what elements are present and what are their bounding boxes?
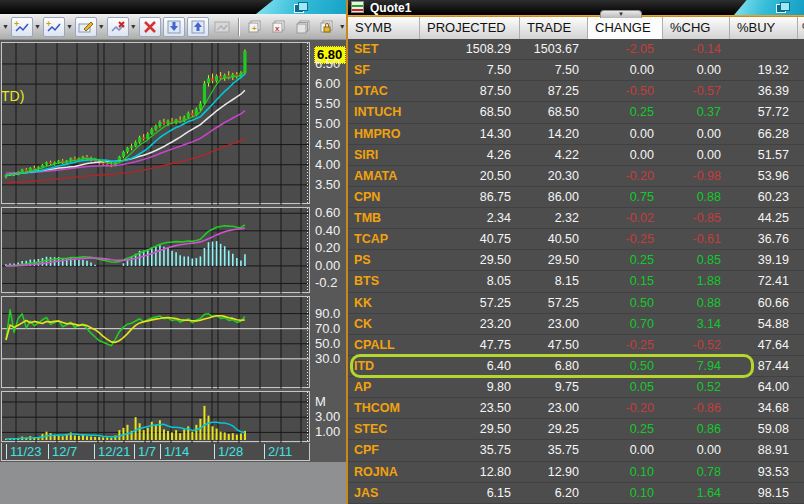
layers-icon[interactable] [292, 17, 314, 37]
chart-body[interactable]: 11/2312/712/211/71/141/282/11 TD) 6.80 6… [0, 40, 352, 462]
quote-cell-pbuy: 57.72 [730, 102, 798, 122]
quote-cell-trade: 86.00 [520, 187, 588, 207]
quote-cell-symb: THCOM [348, 398, 420, 418]
quote-row-cpn[interactable]: CPN86.7586.000.750.8860.23 [348, 187, 804, 208]
header-pchg[interactable]: %CHG [663, 17, 730, 39]
quote-row-set[interactable]: SET1508.291503.67-2.05-0.14 [348, 39, 804, 60]
quote-row-itd[interactable]: ITD6.406.800.507.9487.44 [348, 356, 804, 377]
quote-cell-projected: 47.75 [420, 335, 520, 355]
quote-window-title: Quote1 [370, 1, 411, 15]
quote-cell-pbuy: 51.57 [730, 145, 798, 165]
quote-row-bts[interactable]: BTS8.058.150.151.8872.41 [348, 271, 804, 292]
quote-cell-change: 0.25 [588, 102, 663, 122]
header-symb[interactable]: SYMB [348, 17, 420, 39]
window-restore-icon[interactable] [776, 2, 789, 12]
quote-cell-symb: PS [348, 250, 420, 270]
date-axis: 11/2312/712/211/71/141/282/11 [1, 443, 310, 461]
quote-cell-symb: ITD [348, 356, 420, 376]
volume-panel[interactable] [1, 391, 310, 442]
header-clipped[interactable]: % [798, 17, 804, 39]
quote-cell-pchg: 0.86 [663, 419, 730, 439]
quote-cell-change: 0.10 [588, 483, 663, 503]
quote-window-titlebar[interactable]: Quote1 [348, 0, 804, 15]
dropdown-caret-icon[interactable]: ▼ [130, 23, 137, 30]
quote-cell-change: 0.10 [588, 462, 663, 482]
quote-cell-projected: 2.34 [420, 208, 520, 228]
window-restore-icon[interactable] [294, 2, 307, 12]
quote-cell-symb: TMB [348, 208, 420, 228]
axis-tick-label: 90.0 [315, 306, 340, 321]
quote-row-tmb[interactable]: TMB2.342.32-0.02-0.8544.25 [348, 208, 804, 229]
quote-cell-pchg: -0.14 [663, 39, 730, 59]
quote-row-thcom[interactable]: THCOM23.5023.00-0.20-0.8634.68 [348, 398, 804, 419]
move-down-icon[interactable] [163, 17, 185, 37]
quote-cell-pchg: 0.85 [663, 250, 730, 270]
copy-add-icon[interactable]: + [244, 17, 266, 37]
quote-cell-pchg: 1.88 [663, 271, 730, 291]
quote-cell-pchg: 0.88 [663, 187, 730, 207]
quote-cell-projected: 23.20 [420, 314, 520, 334]
quote-row-siri[interactable]: SIRI4.264.220.000.0051.57 [348, 145, 804, 166]
dropdown-caret-icon[interactable]: ▼ [2, 23, 9, 30]
add-indicator-icon[interactable]: + [11, 17, 33, 37]
quote-cell-change: -0.20 [588, 398, 663, 418]
axis-tick-label: 30.0 [315, 351, 340, 366]
quote-row-rojna[interactable]: ROJNA12.8012.900.100.7893.53 [348, 462, 804, 483]
quote-row-stec[interactable]: STEC29.5029.250.250.8659.08 [348, 419, 804, 440]
quote-row-dtac[interactable]: DTAC87.5087.25-0.50-0.5736.39 [348, 81, 804, 102]
chart-window-titlebar[interactable] [0, 0, 352, 14]
macd-panel[interactable] [1, 207, 310, 293]
quote-cell-change: 0.70 [588, 314, 663, 334]
quote-table-header: SYMB PROJECTED TRADE CHANGE %CHG %BUY % [348, 17, 804, 39]
axis-tick-label: 0.40 [315, 223, 340, 238]
column-sort-tab[interactable]: ▼ [600, 10, 642, 18]
quote-row-tcap[interactable]: TCAP40.7540.50-0.25-0.6136.76 [348, 229, 804, 250]
quote-cell-projected: 1508.29 [420, 39, 520, 59]
quote-row-amata[interactable]: AMATA20.5020.30-0.20-0.9853.96 [348, 166, 804, 187]
dropdown-caret-icon[interactable]: ▼ [98, 23, 105, 30]
remove-indicator-icon[interactable] [107, 17, 129, 37]
copy-remove-icon[interactable]: x [268, 17, 290, 37]
quote-cell-change: -0.20 [588, 166, 663, 186]
header-projected[interactable]: PROJECTED [420, 17, 520, 39]
quote-cell-pbuy: 60.66 [730, 293, 798, 313]
quote-row-ck[interactable]: CK23.2023.000.703.1454.88 [348, 314, 804, 335]
quote-row-hmpro[interactable]: HMPRO14.3014.200.000.0066.28 [348, 124, 804, 145]
quote-cell-projected: 86.75 [420, 187, 520, 207]
quote-row-cpall[interactable]: CPALL47.7547.50-0.25-0.5247.64 [348, 335, 804, 356]
quote-row-jas[interactable]: JAS6.156.200.101.6498.15 [348, 483, 804, 504]
quote-row-ap[interactable]: AP9.809.750.050.5264.00 [348, 377, 804, 398]
dropdown-caret-icon[interactable]: ▼ [66, 23, 73, 30]
rsi-panel[interactable] [1, 296, 310, 388]
quote-row-cpf[interactable]: CPF35.7535.750.000.0088.91 [348, 440, 804, 461]
quote-cell-pchg: -0.52 [663, 335, 730, 355]
svg-text:x: x [275, 24, 280, 33]
quote-row-sf[interactable]: SF7.507.500.000.0019.32 [348, 60, 804, 81]
quote-row-ps[interactable]: PS29.5029.500.250.8539.19 [348, 250, 804, 271]
quote-cell-pchg: 0.78 [663, 462, 730, 482]
header-trade[interactable]: TRADE [520, 17, 588, 39]
header-change[interactable]: CHANGE [588, 17, 663, 39]
quote-cell-pchg: -0.86 [663, 398, 730, 418]
header-pbuy[interactable]: %BUY [730, 17, 798, 39]
quote-row-intuch[interactable]: INTUCH68.5068.500.250.3757.72 [348, 102, 804, 123]
dropdown-caret-icon[interactable]: ▼ [339, 23, 346, 30]
quote-cell-pbuy: 34.68 [730, 398, 798, 418]
quote-cell-pchg: -0.61 [663, 229, 730, 249]
copy-lock-icon[interactable] [316, 17, 338, 37]
edit-chart-icon[interactable] [75, 17, 97, 37]
quote-cell-pbuy: 44.25 [730, 208, 798, 228]
quote-cell-pchg: 3.14 [663, 314, 730, 334]
quote-cell-pchg: 0.00 [663, 440, 730, 460]
quote-cell-symb: AMATA [348, 166, 420, 186]
date-tick-label: 1/14 [160, 444, 189, 459]
quote-cell-trade: 40.50 [520, 229, 588, 249]
dropdown-caret-icon[interactable]: ▼ [34, 23, 41, 30]
add-overlay-icon[interactable]: + [43, 17, 65, 37]
quote-cell-trade: 20.30 [520, 166, 588, 186]
delete-icon[interactable] [139, 17, 161, 37]
quote-cell-symb: BTS [348, 271, 420, 291]
quote-row-kk[interactable]: KK57.2557.250.500.8860.66 [348, 293, 804, 314]
move-up-icon[interactable] [187, 17, 209, 37]
price-panel[interactable] [1, 42, 310, 204]
